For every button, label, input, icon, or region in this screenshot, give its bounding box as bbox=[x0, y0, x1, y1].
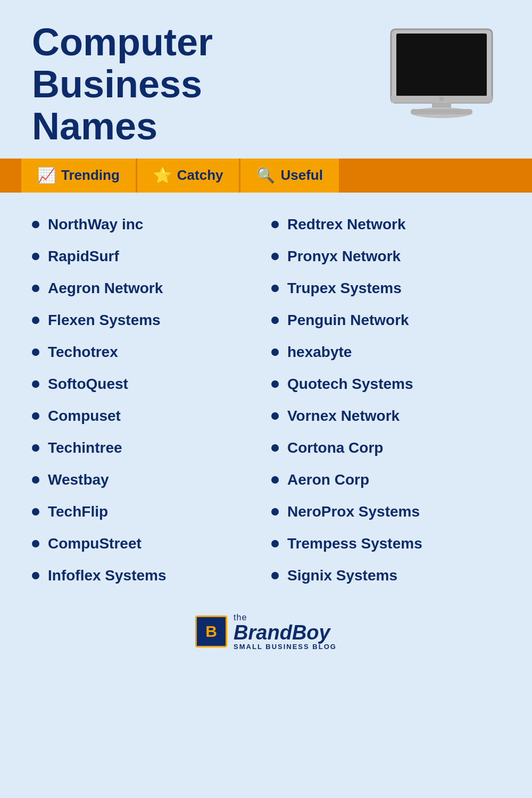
business-name: Techintree bbox=[48, 439, 122, 456]
bullet-icon bbox=[271, 476, 279, 484]
business-name: NeroProx Systems bbox=[287, 503, 420, 520]
list-item: Aeron Corp bbox=[271, 464, 511, 496]
trending-icon: 📈 bbox=[37, 167, 56, 184]
list-item: Signix Systems bbox=[271, 560, 511, 592]
bullet-icon bbox=[271, 380, 279, 388]
business-name: Flexen Systems bbox=[48, 312, 161, 329]
brand-tagline: SMALL BUSINESS BLOG bbox=[234, 643, 337, 651]
brand-text: the BrandBoy SMALL BUSINESS BLOG bbox=[234, 613, 337, 651]
list-item: Cortona Corp bbox=[271, 432, 511, 464]
business-name: Aegron Network bbox=[48, 280, 163, 297]
business-name: Westbay bbox=[48, 471, 109, 488]
business-name: Techotrex bbox=[48, 344, 118, 361]
names-right-column: Redtrex NetworkPronyx NetworkTrupex Syst… bbox=[271, 209, 511, 592]
bullet-icon bbox=[32, 380, 39, 388]
list-item: Compuset bbox=[32, 400, 271, 432]
bullet-icon bbox=[271, 540, 279, 547]
list-item: Trempess Systems bbox=[271, 528, 511, 560]
bullet-icon bbox=[32, 476, 39, 484]
business-name: TechFlip bbox=[48, 503, 108, 520]
business-name: SoftoQuest bbox=[48, 376, 128, 393]
list-item: Techotrex bbox=[32, 336, 271, 368]
business-name: NorthWay inc bbox=[48, 216, 143, 233]
list-item: SoftoQuest bbox=[32, 368, 271, 400]
bullet-icon bbox=[32, 348, 39, 356]
business-name: Penguin Network bbox=[287, 312, 409, 329]
business-name: Pronyx Network bbox=[287, 248, 401, 265]
business-name: Trupex Systems bbox=[287, 280, 402, 297]
computer-icon bbox=[383, 27, 500, 122]
list-item: Quotech Systems bbox=[271, 368, 511, 400]
business-name: Cortona Corp bbox=[287, 439, 383, 456]
business-name: Quotech Systems bbox=[287, 376, 413, 393]
bullet-icon bbox=[271, 508, 279, 516]
list-item: Vornex Network bbox=[271, 400, 511, 432]
list-item: hexabyte bbox=[271, 336, 511, 368]
useful-icon: 🔍 bbox=[256, 167, 275, 184]
tab-accent-left bbox=[0, 159, 21, 193]
header-section: Computer Business Names bbox=[0, 0, 532, 153]
bullet-icon bbox=[271, 285, 279, 292]
svg-point-3 bbox=[439, 97, 444, 101]
bullet-icon bbox=[271, 444, 279, 452]
bullet-icon bbox=[32, 253, 39, 260]
list-item: Penguin Network bbox=[271, 304, 511, 336]
list-item: Westbay bbox=[32, 464, 271, 496]
list-item: Flexen Systems bbox=[32, 304, 271, 336]
business-name: CompuStreet bbox=[48, 535, 142, 552]
business-name: Aeron Corp bbox=[287, 471, 369, 488]
tab-catchy-label: Catchy bbox=[177, 167, 223, 184]
names-left-column: NorthWay incRapidSurfAegron NetworkFlexe… bbox=[32, 209, 271, 592]
page-title: Computer Business Names bbox=[32, 21, 330, 148]
business-name: RapidSurf bbox=[48, 248, 119, 265]
bullet-icon bbox=[271, 572, 279, 579]
bullet-icon bbox=[271, 253, 279, 260]
business-name: Infoflex Systems bbox=[48, 567, 167, 584]
bullet-icon bbox=[32, 317, 39, 324]
bullet-icon bbox=[32, 444, 39, 452]
list-item: RapidSurf bbox=[32, 240, 271, 272]
bullet-icon bbox=[32, 412, 39, 420]
tab-useful-label: Useful bbox=[280, 167, 322, 184]
bullet-icon bbox=[32, 572, 39, 579]
business-name: Redtrex Network bbox=[287, 216, 406, 233]
list-item: Aegron Network bbox=[32, 272, 271, 304]
bullet-icon bbox=[271, 317, 279, 324]
business-name: Vornex Network bbox=[287, 408, 400, 425]
list-item: CompuStreet bbox=[32, 528, 271, 560]
catchy-icon: ⭐ bbox=[153, 167, 172, 184]
business-name: hexabyte bbox=[287, 344, 352, 361]
list-item: Redtrex Network bbox=[271, 209, 511, 240]
tab-useful[interactable]: 🔍 Useful bbox=[240, 159, 340, 193]
brand-name-part2: Boy bbox=[292, 621, 330, 644]
list-item: Pronyx Network bbox=[271, 240, 511, 272]
bullet-icon bbox=[32, 508, 39, 516]
list-item: NeroProx Systems bbox=[271, 496, 511, 528]
tab-bar: 📈 Trending ⭐ Catchy 🔍 Useful bbox=[0, 159, 532, 193]
list-item: NorthWay inc bbox=[32, 209, 271, 240]
bullet-icon bbox=[271, 221, 279, 228]
bullet-icon bbox=[271, 348, 279, 356]
footer-brand: B the BrandBoy SMALL BUSINESS BLOG bbox=[0, 602, 532, 667]
business-name: Compuset bbox=[48, 408, 121, 425]
list-item: Techintree bbox=[32, 432, 271, 464]
bullet-icon bbox=[32, 540, 39, 547]
list-item: Infoflex Systems bbox=[32, 560, 271, 592]
bullet-icon bbox=[271, 412, 279, 420]
tab-trending-label: Trending bbox=[61, 167, 120, 184]
list-item: Trupex Systems bbox=[271, 272, 511, 304]
bullet-icon bbox=[32, 221, 39, 228]
tab-catchy[interactable]: ⭐ Catchy bbox=[137, 159, 241, 193]
business-name: Trempess Systems bbox=[287, 535, 422, 552]
svg-rect-6 bbox=[411, 109, 472, 114]
list-item: TechFlip bbox=[32, 496, 271, 528]
brand-name: BrandBoy bbox=[234, 622, 330, 643]
tab-trending[interactable]: 📈 Trending bbox=[21, 159, 137, 193]
names-section: NorthWay incRapidSurfAegron NetworkFlexe… bbox=[0, 193, 532, 602]
brand-logo-icon: B bbox=[195, 616, 227, 647]
business-name: Signix Systems bbox=[287, 567, 397, 584]
bullet-icon bbox=[32, 285, 39, 292]
svg-rect-1 bbox=[396, 34, 487, 96]
tab-accent-right bbox=[340, 159, 532, 193]
brand-name-part1: Brand bbox=[234, 621, 292, 644]
